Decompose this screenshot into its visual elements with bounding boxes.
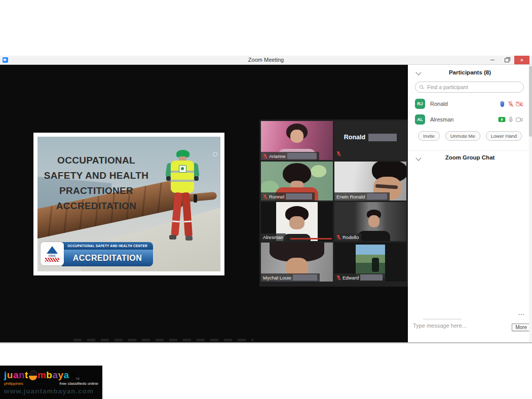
screen-sharing-icon — [498, 116, 506, 123]
minimize-button[interactable] — [486, 56, 499, 64]
invite-button[interactable]: Invite — [418, 131, 440, 141]
participant-name: Ronald — [430, 101, 499, 107]
slide-title: OCCUPATIONAL SAFETY AND HEALTH PRACTITIO… — [39, 153, 154, 214]
participant-row-ronald[interactable]: RJ Ronald — [408, 96, 532, 111]
video-tile-edward[interactable]: Edward — [334, 243, 406, 282]
video-tile-ronald[interactable]: Ronald — [334, 121, 406, 160]
raised-hand-icon — [499, 101, 506, 107]
participant-name: Alresman — [430, 116, 498, 123]
participant-name-tag: Mychal Louie — [261, 273, 320, 282]
mic-muted-icon — [508, 101, 514, 107]
mic-muted-icon — [336, 275, 341, 281]
chat-panel-title: Zoom Group Chat — [408, 154, 532, 161]
slide-title-line: ACCREDITATION — [39, 198, 154, 214]
worker-boot — [185, 236, 193, 241]
video-tile-ronnel[interactable]: Ronnel — [261, 162, 333, 201]
slide-photo: OCCUPATIONAL SAFETY AND HEALTH PRACTITIO… — [37, 137, 220, 271]
cat-mascot-icon — [29, 373, 37, 380]
participant-search-box[interactable] — [415, 82, 524, 93]
video-tile-rodello[interactable]: Rodello — [334, 202, 406, 241]
restore-button[interactable] — [501, 56, 513, 64]
mic-muted-icon — [336, 149, 341, 158]
participant-name: Rodello — [343, 234, 359, 240]
oshc-pyramid-icon — [47, 246, 58, 254]
participant-name-tag: Ronald — [334, 134, 406, 141]
worker-boot — [169, 235, 176, 240]
redacted-name — [286, 193, 312, 200]
mic-on-icon — [508, 116, 514, 123]
redacted-name — [360, 274, 383, 281]
participants-panel-header: Participants (8) — [408, 69, 532, 75]
lower-hand-button[interactable]: Lower Hand — [486, 131, 522, 141]
window-title: Zoom Meeting — [0, 57, 532, 63]
chat-more-button[interactable]: ... — [518, 311, 525, 315]
video-tile-erwin-ronald[interactable]: Erwin Ronald — [334, 162, 406, 201]
brand-letter: n — [69, 370, 75, 380]
video-tile-arianne[interactable]: Arianne — [261, 121, 333, 160]
slide-title-line: PRACTITIONER — [39, 183, 154, 198]
panel-scrollbar[interactable] — [529, 65, 532, 342]
redacted-name — [293, 274, 317, 281]
scrollbar-thumb[interactable] — [529, 66, 532, 137]
oshc-logo: OSHC — [41, 242, 64, 265]
more-tooltip: More — [512, 324, 530, 331]
banner-main-line: ACCREDITATION — [62, 250, 153, 266]
chat-panel-header: Zoom Group Chat — [408, 150, 532, 161]
juantambayan-watermark: j u a n t m b a y a n TM philippines fre… — [0, 366, 102, 399]
participant-row-alresman[interactable]: AL Alresman — [408, 112, 532, 127]
brand-letter: n — [19, 370, 25, 380]
participant-name-tag: Erwin Ronald — [334, 192, 390, 201]
oshc-stripes-icon — [45, 258, 59, 262]
zoom-meeting-screenshot: Zoom Meeting × — [0, 0, 532, 399]
oshc-banner: OSHC OCCUPATIONAL SAFETY AND HEALTH CENT… — [41, 242, 153, 266]
worker-leg — [182, 192, 193, 237]
brand-letter: u — [7, 370, 13, 380]
mic-muted-icon — [263, 153, 268, 159]
video-tile-alresman-active-speaker[interactable]: Alresman — [261, 202, 333, 241]
participants-action-buttons: Invite Unmute Me Lower Hand — [408, 131, 532, 141]
window-titlebar: Zoom Meeting × — [0, 56, 532, 65]
participant-name: Arianne — [269, 153, 286, 159]
brand-letter: t — [25, 370, 28, 380]
avatar: RJ — [415, 99, 425, 109]
participant-name-tag: Alresman — [261, 233, 286, 241]
presentation-slide: OCCUPATIONAL SAFETY AND HEALTH PRACTITIO… — [33, 133, 224, 275]
watermark-url: www.juantambayan.com — [4, 387, 98, 395]
unmute-me-button[interactable]: Unmute Me — [445, 131, 480, 141]
tagline-country: philippines — [4, 381, 23, 386]
redacted-name — [287, 153, 317, 159]
mic-muted-icon — [336, 234, 341, 240]
participant-name: Ronnel — [269, 194, 284, 200]
video-tile-mychal-louie[interactable]: Mychal Louie — [261, 243, 333, 282]
video-on-icon — [516, 117, 523, 123]
avatar: AL — [415, 114, 425, 125]
tagline-description: free classifieds online — [60, 381, 98, 386]
brand-letter: y — [58, 370, 64, 380]
redacted-underline — [290, 238, 332, 240]
participant-name-tag: Ronnel — [261, 192, 315, 201]
worker-glove — [166, 176, 171, 181]
close-button[interactable]: × — [514, 56, 529, 64]
oshc-logo-label: OSHC — [49, 254, 56, 257]
close-icon: × — [520, 58, 523, 63]
redacted-name — [367, 193, 387, 200]
video-thumbnail-grid: Arianne Ronald Ronnel — [259, 119, 408, 287]
participant-name: Mychal Louie — [263, 275, 291, 281]
juantambayan-logo: j u a n t m b a y a n TM — [4, 368, 98, 380]
search-input[interactable] — [426, 84, 519, 91]
participant-name: Ronald — [344, 134, 365, 141]
participant-name: Alresman — [263, 234, 283, 240]
worker-glove — [194, 176, 199, 181]
brand-letter: a — [13, 370, 19, 380]
right-side-panel: Participants (8) RJ Ronald AL Alresman — [408, 65, 532, 342]
watermark-taglines: philippines free classifieds online — [4, 381, 98, 386]
video-off-icon — [516, 101, 523, 107]
restore-icon — [505, 58, 509, 62]
redacted-chat-element — [423, 318, 462, 320]
faint-bottom-text-remnant — [73, 339, 253, 341]
search-icon — [420, 85, 424, 89]
redacted-name — [368, 134, 397, 141]
participant-name: Edward — [343, 275, 359, 281]
chat-message-input[interactable] — [412, 322, 500, 339]
brand-letter: m — [37, 370, 46, 380]
